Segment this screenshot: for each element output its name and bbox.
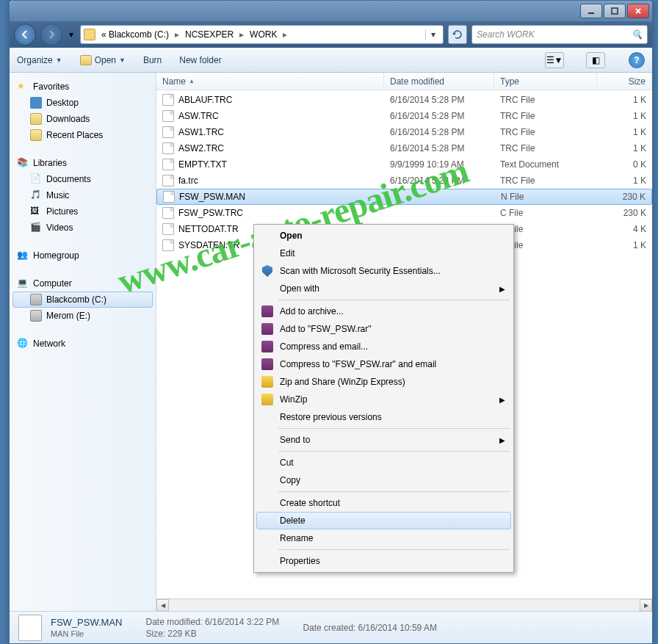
column-date[interactable]: Date modified: [384, 73, 494, 90]
file-row[interactable]: FSW_PSW.MANN File230 K: [156, 189, 652, 205]
submenu-arrow-icon: ▶: [499, 436, 505, 444]
open-button[interactable]: Open ▼: [80, 55, 126, 65]
sidebar-item-music[interactable]: 🎵Music: [12, 187, 153, 203]
file-row[interactable]: ABLAUF.TRC6/16/2014 5:28 PMTRC File1 K: [156, 92, 652, 108]
nav-history-dropdown[interactable]: ▾: [67, 28, 76, 41]
open-icon: [80, 55, 92, 65]
sidebar-item-drive-c[interactable]: Blackcomb (C:): [12, 292, 153, 308]
sidebar-item-downloads[interactable]: Downloads: [12, 111, 153, 127]
menu-compress-rar-email[interactable]: Compress to "FSW_PSW.rar" and email: [256, 355, 511, 373]
file-icon: [162, 110, 174, 122]
column-type[interactable]: Type: [494, 73, 597, 90]
drive-icon: [30, 294, 42, 305]
sidebar-item-videos[interactable]: 🎬Videos: [12, 220, 153, 236]
svg-rect-1: [612, 8, 618, 14]
context-menu: Open Edit Scan with Microsoft Security E…: [253, 224, 514, 573]
menu-separator: [278, 451, 510, 452]
file-date: 9/9/1999 10:19 AM: [384, 159, 494, 170]
chevron-right-icon[interactable]: ▸: [239, 29, 244, 40]
forward-button[interactable]: [40, 23, 62, 46]
breadcrumb-mid[interactable]: NCSEXPER: [182, 29, 236, 40]
file-row[interactable]: ASW2.TRC6/16/2014 5:28 PMTRC File1 K: [156, 140, 652, 156]
menu-edit[interactable]: Edit: [256, 245, 511, 262]
refresh-button[interactable]: [448, 25, 467, 44]
preview-pane-button[interactable]: ◧: [586, 52, 605, 68]
scroll-right-button[interactable]: ▶: [640, 599, 652, 612]
column-name[interactable]: Name▲: [156, 73, 384, 90]
menu-properties[interactable]: Properties: [256, 552, 511, 570]
menu-delete[interactable]: Delete: [256, 512, 511, 529]
file-icon: [162, 142, 174, 154]
file-size: 0 K: [597, 159, 652, 170]
back-button[interactable]: [14, 23, 36, 46]
menu-add-archive[interactable]: Add to archive...: [256, 303, 511, 320]
address-dropdown[interactable]: ▾: [425, 29, 440, 40]
navigation-bar: ▾ « Blackcomb (C:) ▸ NCSEXPER ▸ WORK ▸ ▾…: [10, 21, 652, 48]
menu-restore[interactable]: Restore previous versions: [256, 408, 511, 426]
zip-icon: [261, 375, 274, 388]
sidebar-item-drive-e[interactable]: Merom (E:): [12, 308, 153, 324]
file-name: SYSDATEN.TR: [178, 240, 239, 250]
file-date: 6/16/2014 5:28 PM: [384, 176, 494, 186]
column-size[interactable]: Size: [597, 73, 652, 90]
menu-open[interactable]: Open: [256, 227, 511, 245]
file-name: FSW_PSW.MAN: [179, 192, 245, 202]
file-type: TRC File: [494, 176, 597, 186]
breadcrumb-root[interactable]: « Blackcomb (C:): [98, 29, 172, 40]
menu-compress-email[interactable]: Compress and email...: [256, 338, 511, 355]
sidebar-computer[interactable]: 💻Computer: [12, 275, 153, 292]
menu-add-rar[interactable]: Add to "FSW_PSW.rar": [256, 320, 511, 338]
computer-icon: 💻: [17, 278, 29, 289]
sidebar-item-documents[interactable]: 📄Documents: [12, 171, 153, 187]
details-pane: FSW_PSW.MAN MAN File Date modified: 6/16…: [10, 611, 652, 643]
file-size: 1 K: [597, 95, 652, 105]
menu-cut[interactable]: Cut: [256, 454, 511, 471]
folder-icon: [84, 29, 95, 40]
new-folder-button[interactable]: New folder: [179, 55, 221, 65]
minimize-button[interactable]: [580, 4, 602, 18]
menu-rename[interactable]: Rename: [256, 529, 511, 547]
burn-button[interactable]: Burn: [143, 55, 162, 65]
sidebar-libraries[interactable]: 📚Libraries: [12, 155, 153, 171]
search-input[interactable]: Search WORK 🔍: [471, 25, 648, 44]
view-options-button[interactable]: ☰ ▼: [545, 52, 564, 68]
file-icon: [162, 126, 174, 138]
file-size: 1 K: [597, 240, 652, 250]
sidebar-homegroup[interactable]: 👥Homegroup: [12, 247, 153, 264]
menu-zip-share[interactable]: Zip and Share (WinZip Express): [256, 373, 511, 391]
file-row[interactable]: ASW1.TRC6/16/2014 5:28 PMTRC File1 K: [156, 124, 652, 140]
maximize-button[interactable]: [604, 4, 626, 18]
menu-copy[interactable]: Copy: [256, 471, 511, 489]
chevron-right-icon[interactable]: ▸: [283, 29, 287, 40]
chevron-right-icon[interactable]: ▸: [175, 29, 179, 40]
file-icon: [18, 615, 42, 641]
menu-winzip[interactable]: WinZip▶: [256, 391, 511, 408]
homegroup-icon: 👥: [17, 250, 29, 261]
menu-separator: [278, 549, 510, 550]
address-bar[interactable]: « Blackcomb (C:) ▸ NCSEXPER ▸ WORK ▸ ▾: [80, 25, 444, 44]
file-row[interactable]: EMPTY.TXT9/9/1999 10:19 AMText Document0…: [156, 156, 652, 173]
sidebar-favorites[interactable]: ★Favorites: [12, 79, 153, 95]
network-icon: 🌐: [17, 338, 29, 350]
organize-button[interactable]: Organize ▼: [17, 55, 62, 65]
file-row[interactable]: FSW_PSW.TRCC File230 K: [156, 205, 652, 221]
horizontal-scrollbar[interactable]: ◀ ▶: [156, 598, 652, 611]
help-button[interactable]: ?: [629, 52, 645, 68]
sidebar-item-recent[interactable]: Recent Places: [12, 127, 153, 143]
file-row[interactable]: ASW.TRC6/16/2014 5:28 PMTRC File1 K: [156, 108, 652, 124]
breadcrumb-leaf[interactable]: WORK: [247, 29, 280, 40]
drive-icon: [30, 310, 42, 322]
scroll-left-button[interactable]: ◀: [156, 599, 169, 612]
library-icon: 📚: [17, 157, 29, 169]
sidebar-network[interactable]: 🌐Network: [12, 336, 153, 352]
sidebar-item-desktop[interactable]: Desktop: [12, 95, 153, 111]
menu-scan[interactable]: Scan with Microsoft Security Essentials.…: [256, 262, 511, 280]
file-size: 1 K: [597, 143, 652, 153]
column-headers: Name▲ Date modified Type Size: [156, 73, 652, 90]
close-button[interactable]: [627, 4, 649, 18]
menu-create-shortcut[interactable]: Create shortcut: [256, 494, 511, 512]
file-row[interactable]: fa.trc6/16/2014 5:28 PMTRC File1 K: [156, 173, 652, 189]
sidebar-item-pictures[interactable]: 🖼Pictures: [12, 203, 153, 220]
menu-open-with[interactable]: Open with▶: [256, 280, 511, 297]
menu-send-to[interactable]: Send to▶: [256, 431, 511, 449]
